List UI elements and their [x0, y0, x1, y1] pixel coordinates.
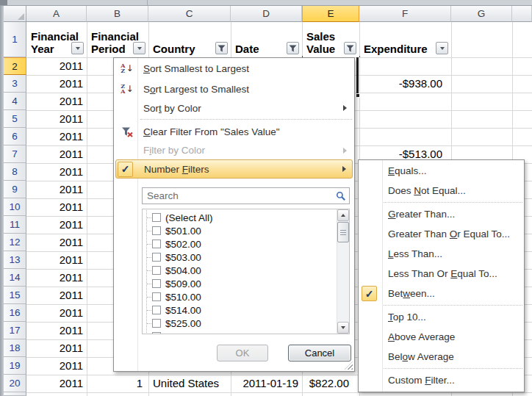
cell-f3[interactable]: -$938.00 [360, 75, 450, 93]
submenu-item-between[interactable]: ✓Between... [359, 284, 524, 303]
submenu-item-greater-than[interactable]: Greater Than... [359, 204, 524, 224]
cell-a15[interactable]: 2011 [27, 287, 86, 304]
header-cell-financial-period[interactable]: Financial Period [87, 22, 148, 57]
menu-item-sort-largest-to-smallest[interactable]: ZA↓Sort Largest to Smallest [115, 79, 353, 99]
filter-value-option-525-00[interactable]: $525.00 [143, 317, 336, 330]
cell-a13[interactable]: 2011 [27, 251, 86, 269]
filter-value-option-502-00[interactable]: $502.00 [143, 237, 336, 251]
checkbox-icon[interactable] [152, 292, 161, 301]
applied-filter-button[interactable] [344, 42, 356, 54]
row-header-9[interactable]: 9 [4, 181, 26, 198]
row-header-10[interactable]: 10 [4, 198, 26, 216]
cell-a6[interactable]: 2011 [27, 128, 86, 145]
fill-handle[interactable] [356, 93, 360, 98]
cell-a10[interactable]: 2011 [27, 198, 86, 216]
checkbox-icon[interactable] [152, 279, 161, 288]
row-header-17[interactable]: 17 [4, 322, 26, 339]
menu-item-sort-by-color[interactable]: Sort by Color [115, 99, 353, 117]
menu-item-sort-smallest-to-largest[interactable]: AZ↓Sort Smallest to Largest [115, 58, 353, 79]
filter-value-option-select-all[interactable]: (Select All) [143, 211, 336, 224]
cell-e20[interactable]: $822.00 [303, 375, 359, 392]
checkbox-icon[interactable] [152, 240, 161, 248]
header-cell-sales-value[interactable]: Sales Value [303, 22, 359, 57]
column-header-d[interactable]: D [231, 6, 302, 22]
row-header-4[interactable]: 4 [4, 93, 26, 110]
filter-value-option-510-00[interactable]: $510.00 [143, 290, 336, 303]
column-header-f[interactable]: F [359, 6, 451, 22]
submenu-item-greater-than-or-equal-to[interactable]: Greater Than Or Equal To... [359, 224, 524, 244]
row-header-15[interactable]: 15 [4, 287, 26, 304]
submenu-item-above-average[interactable]: Above Average [359, 327, 524, 347]
header-cell-date[interactable]: Date [231, 22, 302, 57]
row-header-7[interactable]: 7 [4, 145, 26, 163]
cell-a7[interactable]: 2011 [27, 145, 86, 163]
header-cell-financial-year[interactable]: Financial Year [27, 22, 87, 57]
row-header-18[interactable]: 18 [4, 339, 26, 357]
search-input[interactable] [143, 188, 349, 204]
cell-a8[interactable]: 2011 [27, 163, 86, 181]
filter-value-option-partial[interactable] [143, 330, 336, 334]
row-header-3[interactable]: 3 [4, 75, 26, 93]
cell-a2[interactable]: 2011 [27, 57, 86, 75]
submenu-item-does-not-equal[interactable]: Does Not Equal... [359, 181, 524, 201]
filter-value-option-504-00[interactable]: $504.00 [143, 264, 336, 277]
row-header-13[interactable]: 13 [4, 251, 26, 269]
filter-value-option-514-00[interactable]: $514.00 [143, 303, 336, 317]
column-header-partial[interactable] [512, 6, 532, 22]
applied-filter-button[interactable] [287, 42, 299, 54]
value-list-scrollbar[interactable] [337, 209, 349, 334]
filter-value-option-503-00[interactable]: $503.00 [143, 251, 336, 264]
cell-a20[interactable]: 2011 [27, 375, 86, 392]
checkbox-icon[interactable] [152, 213, 161, 222]
scroll-down-button[interactable] [337, 322, 349, 334]
header-cell-country[interactable]: Country [149, 22, 231, 57]
cell-a5[interactable]: 2011 [27, 110, 86, 128]
row-header-2[interactable]: 2 [4, 57, 26, 75]
checkbox-icon[interactable] [152, 253, 161, 262]
submenu-item-less-than-or-equal-to[interactable]: Less Than Or Equal To... [359, 264, 524, 284]
filter-dropdown-button[interactable] [71, 42, 84, 54]
column-header-c[interactable]: C [148, 6, 231, 22]
submenu-item-custom-filter[interactable]: Custom Filter... [359, 370, 524, 390]
checkbox-icon[interactable] [152, 319, 161, 328]
cell-c20[interactable]: United States [149, 375, 230, 392]
select-all-corner[interactable] [4, 6, 26, 22]
submenu-item-below-average[interactable]: Below Average [359, 347, 524, 367]
row-header-14[interactable]: 14 [4, 269, 26, 287]
cell-a14[interactable]: 2011 [27, 269, 86, 287]
menu-item-clear-filter-from-sales-value[interactable]: Clear Filter From "Sales Value" [115, 122, 353, 141]
checkbox-icon[interactable] [152, 266, 161, 275]
header-cell-expenditure[interactable]: Expenditure [360, 22, 451, 57]
search-icon[interactable] [336, 191, 346, 201]
cell-a18[interactable]: 2011 [27, 339, 86, 357]
cell-a19[interactable]: 2011 [27, 357, 86, 375]
filter-value-option-509-00[interactable]: $509.00 [143, 277, 336, 290]
cell-a12[interactable]: 2011 [27, 234, 86, 251]
cell-a9[interactable]: 2011 [27, 181, 86, 198]
menu-item-filter-by-color[interactable]: Filter by Color [115, 141, 353, 159]
row-header-partial[interactable] [4, 392, 26, 396]
submenu-item-equals[interactable]: Equals... [359, 161, 524, 181]
menu-item-number-filters[interactable]: ✓Number Filters [115, 159, 353, 179]
resize-grip[interactable] [345, 361, 353, 370]
checkbox-icon[interactable] [152, 332, 161, 334]
cancel-button[interactable]: Cancel [288, 345, 351, 361]
cell-b20[interactable]: 1 [87, 375, 148, 392]
column-header-e[interactable]: E [302, 6, 359, 22]
row-header-20[interactable]: 20 [4, 375, 26, 392]
cell-a11[interactable]: 2011 [27, 216, 86, 234]
cell-a16[interactable]: 2011 [27, 304, 86, 322]
row-header-19[interactable]: 19 [4, 357, 26, 375]
column-header-b[interactable]: B [87, 6, 148, 22]
row-header-6[interactable]: 6 [4, 128, 26, 145]
row-header-11[interactable]: 11 [4, 216, 26, 234]
applied-filter-button[interactable] [215, 42, 228, 54]
checkbox-icon[interactable] [152, 226, 161, 235]
submenu-item-top-10[interactable]: Top 10... [359, 307, 524, 327]
cell-a17[interactable]: 2011 [27, 322, 86, 339]
row-header-16[interactable]: 16 [4, 304, 26, 322]
row-header-12[interactable]: 12 [4, 234, 26, 251]
filter-value-option-501-00[interactable]: $501.00 [143, 224, 336, 237]
scroll-up-button[interactable] [337, 209, 349, 221]
row-header-8[interactable]: 8 [4, 163, 26, 181]
